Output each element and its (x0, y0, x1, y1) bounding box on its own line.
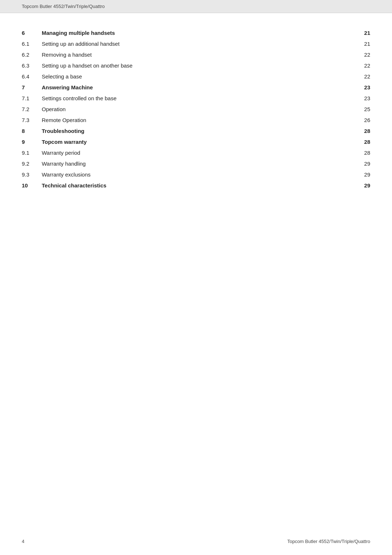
toc-row: 7Answering Machine23 (22, 82, 370, 93)
toc-num: 6.2 (22, 49, 42, 60)
toc-title: Troubleshooting (42, 126, 328, 137)
toc-title: Remote Operation (42, 115, 328, 126)
toc-num: 6.3 (22, 60, 42, 71)
toc-page: 21 (328, 28, 370, 39)
toc-num: 6.1 (22, 39, 42, 49)
toc-row: 7.2Operation25 (22, 104, 370, 115)
toc-title: Warranty handling (42, 158, 328, 169)
header-bar: Topcom Butler 4552/Twin/Triple/Quattro (0, 0, 392, 13)
toc-row: 7.1Settings controlled on the base23 (22, 93, 370, 104)
toc-num: 10 (22, 180, 42, 191)
toc-row: 6.3Setting up a handset on another base2… (22, 60, 370, 71)
toc-page: 28 (328, 147, 370, 158)
toc-row: 9Topcom warranty28 (22, 137, 370, 147)
toc-row: 6Managing multiple handsets21 (22, 28, 370, 39)
footer-title: Topcom Butler 4552/Twin/Triple/Quattro (287, 539, 370, 544)
toc-page: 29 (328, 158, 370, 169)
header-title: Topcom Butler 4552/Twin/Triple/Quattro (22, 4, 105, 9)
toc-num: 7.1 (22, 93, 42, 104)
toc-num: 9.3 (22, 169, 42, 180)
footer: 4 Topcom Butler 4552/Twin/Triple/Quattro (0, 539, 392, 544)
toc-title: Warranty period (42, 147, 328, 158)
toc-title: Settings controlled on the base (42, 93, 328, 104)
toc-num: 7.2 (22, 104, 42, 115)
toc-row: 8Troubleshooting28 (22, 126, 370, 137)
toc-page: 21 (328, 39, 370, 49)
toc-page: 29 (328, 169, 370, 180)
toc-page: 22 (328, 71, 370, 82)
toc-page: 22 (328, 49, 370, 60)
toc-row: 9.3Warranty exclusions29 (22, 169, 370, 180)
toc-row: 7.3Remote Operation26 (22, 115, 370, 126)
toc-page: 23 (328, 93, 370, 104)
toc-title: Removing a handset (42, 49, 328, 60)
page: Topcom Butler 4552/Twin/Triple/Quattro 6… (0, 0, 392, 555)
toc-page: 23 (328, 82, 370, 93)
toc-page: 29 (328, 180, 370, 191)
toc-title: Answering Machine (42, 82, 328, 93)
toc-table: 6Managing multiple handsets216.1Setting … (22, 28, 370, 191)
toc-title: Setting up an additional handset (42, 39, 328, 49)
toc-title: Technical characteristics (42, 180, 328, 191)
toc-row: 6.1Setting up an additional handset21 (22, 39, 370, 49)
toc-title: Topcom warranty (42, 137, 328, 147)
toc-row: 9.2Warranty handling29 (22, 158, 370, 169)
toc-num: 9.2 (22, 158, 42, 169)
toc-row: 10Technical characteristics29 (22, 180, 370, 191)
toc-page: 28 (328, 126, 370, 137)
toc-title: Selecting a base (42, 71, 328, 82)
footer-page-number: 4 (22, 539, 24, 544)
toc-title: Operation (42, 104, 328, 115)
toc-num: 9 (22, 137, 42, 147)
toc-page: 26 (328, 115, 370, 126)
toc-num: 7 (22, 82, 42, 93)
toc-page: 28 (328, 137, 370, 147)
toc-num: 7.3 (22, 115, 42, 126)
toc-page: 22 (328, 60, 370, 71)
toc-num: 6 (22, 28, 42, 39)
toc-num: 9.1 (22, 147, 42, 158)
toc-title: Warranty exclusions (42, 169, 328, 180)
toc-title: Setting up a handset on another base (42, 60, 328, 71)
toc-num: 6.4 (22, 71, 42, 82)
toc-page: 25 (328, 104, 370, 115)
toc-row: 6.4Selecting a base22 (22, 71, 370, 82)
toc-num: 8 (22, 126, 42, 137)
content-area: 6Managing multiple handsets216.1Setting … (0, 13, 392, 220)
toc-row: 6.2Removing a handset22 (22, 49, 370, 60)
toc-title: Managing multiple handsets (42, 28, 328, 39)
toc-row: 9.1Warranty period28 (22, 147, 370, 158)
